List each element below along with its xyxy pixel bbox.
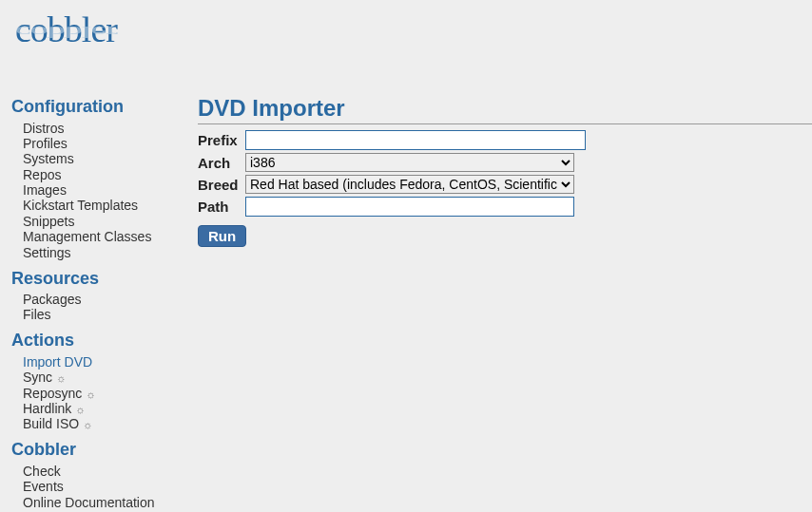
link-sync[interactable]: Sync: [23, 370, 52, 385]
gear-icon: ☼: [83, 419, 92, 430]
link-profiles[interactable]: Profiles: [23, 136, 68, 151]
prefix-input[interactable]: [245, 130, 586, 150]
sidebar-heading-actions: Actions: [8, 331, 198, 351]
gear-icon: ☼: [86, 389, 95, 400]
link-snippets[interactable]: Snippets: [23, 214, 74, 229]
sidebar-item-mgmt-classes: Management Classes: [23, 230, 198, 245]
link-files[interactable]: Files: [23, 307, 51, 322]
sidebar-item-docs: Online Documentation: [23, 495, 198, 510]
sidebar-item-sync: Sync ☼: [23, 370, 198, 386]
prefix-label: Prefix: [198, 132, 245, 148]
gear-icon: ☼: [56, 372, 66, 384]
sidebar-item-settings: Settings: [23, 245, 198, 260]
sidebar-item-systems: Systems: [23, 152, 198, 167]
sidebar-item-packages: Packages: [23, 293, 198, 308]
link-kickstart-templates[interactable]: Kickstart Templates: [23, 198, 138, 213]
link-import-dvd[interactable]: Import DVD: [23, 354, 92, 370]
sidebar-item-repos: Repos: [23, 167, 198, 182]
sidebar-item-files: Files: [23, 308, 198, 323]
sidebar-item-images: Images: [23, 183, 198, 199]
arch-label: Arch: [198, 155, 245, 171]
breed-select[interactable]: Red Hat based (includes Fedora, CentOS, …: [245, 175, 574, 194]
sidebar-item-snippets: Snippets: [23, 214, 198, 229]
path-input[interactable]: [245, 197, 574, 217]
divider: [198, 123, 812, 124]
sidebar-item-events: Events: [23, 480, 198, 495]
link-distros[interactable]: Distros: [23, 121, 65, 136]
sidebar-item-build-iso: Build ISO ☼: [23, 417, 198, 432]
main-content: DVD Importer Prefix Arch i386 Breed Red …: [198, 89, 812, 512]
sidebar-item-import-dvd: Import DVD: [23, 354, 198, 370]
gear-icon: ☼: [75, 404, 85, 415]
sidebar-heading-cobbler: Cobbler: [8, 440, 198, 460]
sidebar-item-kickstart: Kickstart Templates: [23, 199, 198, 214]
sidebar-item-distros: Distros: [23, 121, 198, 136]
sidebar-item-reposync: Reposync ☼: [23, 386, 198, 401]
sidebar-heading-configuration: Configuration: [8, 97, 198, 117]
path-label: Path: [198, 199, 245, 215]
sidebar: Configuration Distros Profiles Systems R…: [8, 89, 198, 512]
sidebar-item-profiles: Profiles: [23, 136, 198, 151]
logo-reflection: cobbler: [15, 23, 812, 42]
link-repos[interactable]: Repos: [23, 167, 61, 182]
sidebar-item-hardlink: Hardlink ☼: [23, 401, 198, 416]
link-hardlink[interactable]: Hardlink: [23, 401, 71, 416]
link-check[interactable]: Check: [23, 464, 61, 479]
breed-label: Breed: [198, 177, 245, 193]
link-settings[interactable]: Settings: [23, 245, 71, 260]
link-images[interactable]: Images: [23, 182, 67, 198]
page-title: DVD Importer: [198, 95, 812, 122]
link-packages[interactable]: Packages: [23, 292, 81, 307]
arch-select[interactable]: i386: [245, 153, 574, 172]
sidebar-item-check: Check: [23, 464, 198, 479]
logo: cobbler cobbler: [0, 0, 812, 89]
link-build-iso[interactable]: Build ISO: [23, 416, 79, 431]
link-systems[interactable]: Systems: [23, 151, 74, 166]
run-button[interactable]: Run: [198, 225, 246, 247]
link-reposync[interactable]: Reposync: [23, 386, 82, 401]
sidebar-heading-resources: Resources: [8, 269, 198, 289]
link-online-docs[interactable]: Online Documentation: [23, 495, 155, 510]
link-management-classes[interactable]: Management Classes: [23, 229, 151, 244]
link-events[interactable]: Events: [23, 479, 64, 494]
